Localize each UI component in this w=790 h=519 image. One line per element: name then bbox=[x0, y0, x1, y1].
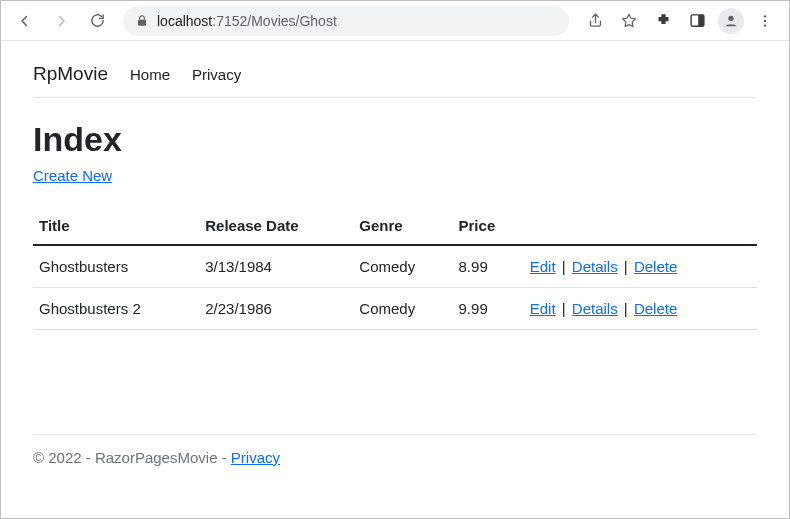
url-port: :7152 bbox=[212, 13, 247, 29]
svg-point-7 bbox=[764, 19, 766, 21]
page-footer: © 2022 - RazorPagesMovie - Privacy bbox=[33, 434, 757, 480]
site-navbar: RpMovie Home Privacy bbox=[33, 55, 757, 98]
cell-release: 3/13/1984 bbox=[199, 245, 353, 288]
movies-table: Title Release Date Genre Price Ghostbust… bbox=[33, 207, 757, 330]
brand-link[interactable]: RpMovie bbox=[33, 63, 108, 85]
url-host: localhost bbox=[157, 13, 212, 29]
cell-price: 8.99 bbox=[453, 245, 524, 288]
footer-privacy-link[interactable]: Privacy bbox=[231, 449, 280, 466]
edit-link[interactable]: Edit bbox=[530, 258, 556, 275]
col-price: Price bbox=[453, 207, 524, 245]
svg-point-8 bbox=[764, 24, 766, 26]
page-title: Index bbox=[33, 120, 757, 159]
delete-link[interactable]: Delete bbox=[634, 300, 677, 317]
profile-avatar[interactable] bbox=[715, 5, 747, 37]
svg-point-5 bbox=[728, 15, 733, 20]
col-genre: Genre bbox=[353, 207, 452, 245]
window-controls bbox=[607, 0, 789, 1]
browser-tabstrip: Index - Movie bbox=[1, 0, 789, 1]
details-link[interactable]: Details bbox=[572, 300, 618, 317]
lock-icon bbox=[135, 14, 149, 28]
side-panel-icon[interactable] bbox=[681, 5, 713, 37]
col-release: Release Date bbox=[199, 207, 353, 245]
cell-title: Ghostbusters 2 bbox=[33, 288, 199, 330]
extensions-icon[interactable] bbox=[647, 5, 679, 37]
cell-actions: Edit | Details | Delete bbox=[524, 245, 757, 288]
forward-button[interactable] bbox=[45, 5, 77, 37]
col-title: Title bbox=[33, 207, 199, 245]
browser-tab[interactable]: Index - Movie bbox=[9, 0, 229, 1]
col-actions bbox=[524, 207, 757, 245]
svg-point-6 bbox=[764, 15, 766, 17]
nav-home[interactable]: Home bbox=[130, 66, 170, 83]
table-row: Ghostbusters3/13/1984Comedy8.99Edit | De… bbox=[33, 245, 757, 288]
footer-text: © 2022 - RazorPagesMovie - bbox=[33, 449, 231, 466]
address-bar[interactable]: localhost:7152/Movies/Ghost bbox=[123, 6, 569, 36]
cell-title: Ghostbusters bbox=[33, 245, 199, 288]
cell-price: 9.99 bbox=[453, 288, 524, 330]
back-button[interactable] bbox=[9, 5, 41, 37]
bookmark-star-icon[interactable] bbox=[613, 5, 645, 37]
edit-link[interactable]: Edit bbox=[530, 300, 556, 317]
nav-privacy[interactable]: Privacy bbox=[192, 66, 241, 83]
url-path: /Movies/Ghost bbox=[247, 13, 336, 29]
delete-link[interactable]: Delete bbox=[634, 258, 677, 275]
cell-genre: Comedy bbox=[353, 288, 452, 330]
page-body: RpMovie Home Privacy Index Create New Ti… bbox=[1, 41, 789, 480]
create-new-link[interactable]: Create New bbox=[33, 167, 112, 184]
main-content: Index Create New Title Release Date Genr… bbox=[33, 98, 757, 434]
details-link[interactable]: Details bbox=[572, 258, 618, 275]
cell-actions: Edit | Details | Delete bbox=[524, 288, 757, 330]
browser-toolbar: localhost:7152/Movies/Ghost bbox=[1, 1, 789, 41]
cell-release: 2/23/1986 bbox=[199, 288, 353, 330]
table-header-row: Title Release Date Genre Price bbox=[33, 207, 757, 245]
kebab-menu-icon[interactable] bbox=[749, 5, 781, 37]
table-row: Ghostbusters 22/23/1986Comedy9.99Edit | … bbox=[33, 288, 757, 330]
svg-rect-2 bbox=[138, 19, 146, 25]
svg-rect-4 bbox=[698, 15, 704, 26]
cell-genre: Comedy bbox=[353, 245, 452, 288]
reload-button[interactable] bbox=[81, 5, 113, 37]
share-icon[interactable] bbox=[579, 5, 611, 37]
url-text: localhost:7152/Movies/Ghost bbox=[157, 13, 557, 29]
